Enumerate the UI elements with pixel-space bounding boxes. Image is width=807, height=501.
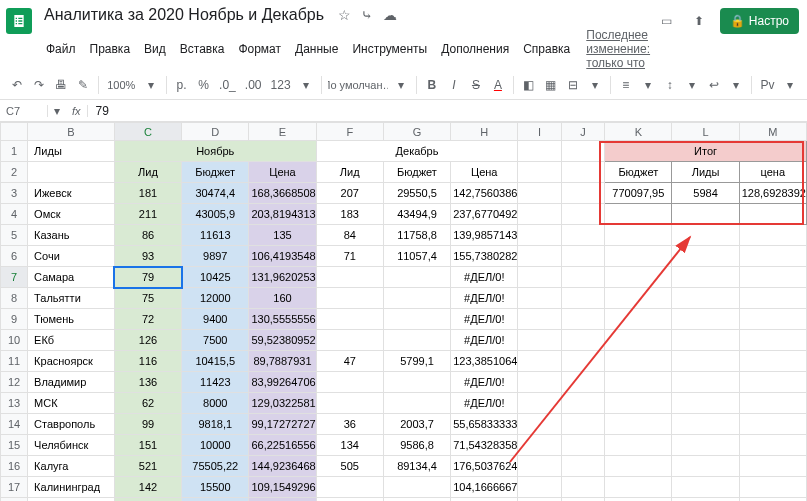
cell[interactable]: 11613: [182, 225, 249, 246]
cell[interactable]: [518, 141, 561, 162]
cell[interactable]: Калуга: [28, 456, 115, 477]
cell[interactable]: Казань: [28, 225, 115, 246]
cell[interactable]: 109,1549296: [249, 477, 316, 498]
cell[interactable]: [739, 456, 806, 477]
cell[interactable]: 79: [316, 498, 383, 502]
cell[interactable]: Лид: [316, 162, 383, 183]
cell[interactable]: [518, 435, 561, 456]
cell[interactable]: [672, 330, 739, 351]
cell[interactable]: #ДЕЛ/0!: [451, 267, 518, 288]
cell[interactable]: 84: [316, 225, 383, 246]
cell[interactable]: [561, 309, 604, 330]
h-align-icon[interactable]: ≡: [617, 75, 635, 95]
cell[interactable]: [561, 393, 604, 414]
cell[interactable]: 142,7560386: [451, 183, 518, 204]
cell[interactable]: 11758,8: [383, 225, 450, 246]
col-header[interactable]: L: [672, 123, 739, 141]
format-dec-more[interactable]: .00: [242, 75, 264, 95]
cell[interactable]: Ноябрь: [114, 141, 316, 162]
cell[interactable]: 7500: [182, 330, 249, 351]
cell[interactable]: МСК: [28, 393, 115, 414]
cell[interactable]: 10415,5: [182, 351, 249, 372]
cell[interactable]: 55,65833333: [451, 414, 518, 435]
cell[interactable]: цена: [739, 162, 806, 183]
cell[interactable]: [739, 498, 806, 502]
cell[interactable]: Ставрополь: [28, 414, 115, 435]
cell[interactable]: Бюджет: [605, 162, 672, 183]
cell[interactable]: #ДЕЛ/0!: [451, 288, 518, 309]
cell[interactable]: [739, 414, 806, 435]
cell[interactable]: [605, 267, 672, 288]
cell[interactable]: [561, 330, 604, 351]
chevron-down-icon[interactable]: ▾: [683, 75, 701, 95]
merge-icon[interactable]: ⊟: [564, 75, 582, 95]
cell[interactable]: [383, 267, 450, 288]
cell[interactable]: [561, 225, 604, 246]
cell[interactable]: [518, 288, 561, 309]
cell[interactable]: [518, 393, 561, 414]
cell[interactable]: [518, 477, 561, 498]
cell[interactable]: [672, 372, 739, 393]
pivot-icon[interactable]: Рv: [758, 75, 777, 95]
cell[interactable]: 130,5555556: [249, 309, 316, 330]
cell[interactable]: Омск: [28, 204, 115, 225]
cell[interactable]: [672, 267, 739, 288]
cell[interactable]: 75: [114, 288, 181, 309]
cell[interactable]: 47: [316, 351, 383, 372]
cell[interactable]: [739, 330, 806, 351]
formula-input[interactable]: 79: [88, 104, 117, 118]
cell[interactable]: 160: [249, 288, 316, 309]
cell[interactable]: 155,7380282: [451, 246, 518, 267]
cell[interactable]: [518, 498, 561, 502]
cell[interactable]: [739, 372, 806, 393]
corner-cell[interactable]: [1, 123, 28, 141]
cell[interactable]: 176,5037624: [451, 456, 518, 477]
cell[interactable]: [605, 435, 672, 456]
cell[interactable]: 93: [114, 246, 181, 267]
cell[interactable]: 62: [114, 393, 181, 414]
cell[interactable]: [316, 393, 383, 414]
cell[interactable]: Калининград: [28, 477, 115, 498]
cell[interactable]: [518, 330, 561, 351]
cell[interactable]: #ДЕЛ/0!: [451, 498, 518, 502]
cell[interactable]: [739, 204, 806, 225]
cell[interactable]: [561, 498, 604, 502]
cell[interactable]: 168,3668508: [249, 183, 316, 204]
cell[interactable]: 99: [114, 414, 181, 435]
spreadsheet-grid[interactable]: B C D E F G H I J K L M 1 Лиды Ноябрь Де…: [0, 122, 807, 501]
col-header[interactable]: D: [182, 123, 249, 141]
cell[interactable]: 8000: [182, 393, 249, 414]
cell[interactable]: 71,54328358: [451, 435, 518, 456]
menu-addons[interactable]: Дополнения: [435, 40, 515, 58]
cell[interactable]: 116: [114, 351, 181, 372]
cell[interactable]: 72: [114, 309, 181, 330]
cell[interactable]: [605, 288, 672, 309]
row-header[interactable]: 1: [1, 141, 28, 162]
cell[interactable]: [561, 246, 604, 267]
cell[interactable]: 151: [114, 435, 181, 456]
cell[interactable]: [316, 288, 383, 309]
borders-icon[interactable]: ▦: [542, 75, 560, 95]
cell[interactable]: 66,22516556: [249, 435, 316, 456]
cell[interactable]: [518, 204, 561, 225]
row-header[interactable]: 10: [1, 330, 28, 351]
cell[interactable]: 101: [114, 498, 181, 502]
cell[interactable]: Лиды: [28, 141, 115, 162]
chevron-down-icon[interactable]: ▾: [727, 75, 745, 95]
cell[interactable]: 43494,9: [383, 204, 450, 225]
cell[interactable]: [739, 246, 806, 267]
chevron-down-icon[interactable]: ▾: [639, 75, 657, 95]
cell[interactable]: [605, 246, 672, 267]
cell[interactable]: [561, 456, 604, 477]
cell[interactable]: 89,7887931: [249, 351, 316, 372]
col-header[interactable]: B: [28, 123, 115, 141]
row-header[interactable]: 6: [1, 246, 28, 267]
cell[interactable]: [561, 477, 604, 498]
cell[interactable]: Тальятти: [28, 288, 115, 309]
document-title[interactable]: Аналитика за 2020 Ноябрь и Декабрь: [40, 4, 328, 26]
cell[interactable]: Цена: [249, 162, 316, 183]
col-header[interactable]: J: [561, 123, 604, 141]
cell[interactable]: 10000: [182, 435, 249, 456]
cell[interactable]: 59,52380952: [249, 330, 316, 351]
cell[interactable]: [561, 162, 604, 183]
